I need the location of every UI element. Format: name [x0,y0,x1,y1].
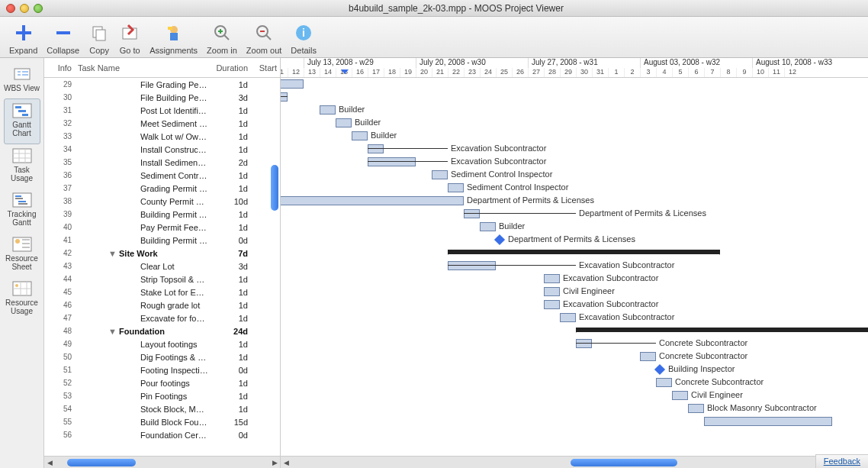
task-row[interactable]: 49Layout footings1d [44,337,280,350]
task-bar[interactable] [368,144,384,153]
task-row[interactable]: 47Excavate for fou…1d [44,311,280,324]
task-row[interactable]: 29File Grading Per…1d [44,78,280,91]
view-resource-sheet[interactable]: Resource Sheet [4,233,40,277]
zoomin-icon [211,21,233,44]
gantt-body[interactable]: BuilderBuilderBuilderExcavation Subcontr… [281,78,868,441]
task-bar[interactable] [560,313,576,322]
task-row[interactable]: 33Walk Lot w/ Owner1d [44,130,280,143]
task-row[interactable]: 34Install Constructi…1d [44,143,280,156]
copy-button[interactable]: Copy [84,20,114,56]
task-bar[interactable] [704,417,832,426]
task-bar[interactable] [281,92,288,102]
task-row[interactable]: 56Foundation Certif…0d [44,428,280,441]
task-row[interactable]: 39Building Permit A…1d [44,208,280,221]
scroll-right-icon[interactable]: ▶ [269,457,280,468]
milestone-marker[interactable] [654,364,665,375]
task-bar[interactable] [448,261,496,270]
task-row[interactable]: 53Pin Footings1d [44,389,280,402]
task-bar[interactable] [672,391,688,400]
view-wbs[interactable]: WBS View [4,63,40,98]
day-label: 5 [672,68,688,78]
collapse-triangle-icon[interactable]: ▼ [108,327,116,336]
zoomout-button[interactable]: Zoom out [242,20,286,56]
task-row[interactable]: 44Strip Topsoil & St…1d [44,273,280,286]
scroll-left-icon[interactable]: ◀ [44,457,55,468]
task-row[interactable]: 31Post Lot Identific…1d [44,104,280,117]
task-row[interactable]: 37Grading Permit I…1d [44,182,280,195]
view-resource-usage[interactable]: Resource Usage [4,277,40,321]
task-row[interactable]: 30File Building Per…3d [44,91,280,104]
task-hscroll[interactable]: ◀ ▶ [44,456,280,468]
task-row[interactable]: 52Pour footings1d [44,376,280,389]
task-row[interactable]: 45Stake Lot for Exc…1d [44,286,280,299]
task-bar[interactable] [368,157,416,166]
task-hscroll-thumb[interactable] [67,459,136,466]
task-bar[interactable] [544,287,560,296]
summary-bar[interactable] [576,328,868,332]
task-row[interactable]: 32Meet Sediment C…1d [44,117,280,130]
task-row[interactable]: 38County Permit Pr…10d [44,195,280,208]
collapse-button[interactable]: Collapse [42,20,84,56]
gantt-header: July 13, 2008 - w29July 20, 2008 - w30Ju… [281,58,868,78]
vertical-scrollbar[interactable] [271,165,278,211]
gantt-hscroll[interactable]: ◀ ▶ [281,456,868,468]
task-row[interactable]: 55Build Block Foun…15d [44,415,280,428]
view-gantt[interactable]: Gantt Chart [4,98,40,144]
col-duration[interactable]: Duration [208,63,251,73]
task-row[interactable]: 35Install Sediment…2d [44,156,280,169]
resource-label: Sediment Control Inspector [451,169,552,179]
collapse-triangle-icon[interactable]: ▼ [108,249,116,258]
task-row[interactable]: 51Footing Inspection0d [44,363,280,376]
task-bar[interactable] [656,378,672,387]
col-start[interactable]: Start [251,63,280,73]
details-button[interactable]: i Details [286,20,321,56]
task-bar[interactable] [432,170,448,179]
view-tracking-gantt[interactable]: Tracking Gantt [4,189,40,233]
task-row[interactable]: 43Clear Lot3d [44,260,280,273]
summary-bar[interactable] [448,250,720,254]
resource-label: Builder [371,131,397,140]
day-label: 4 [656,68,672,78]
col-info[interactable]: Info [44,63,75,73]
svg-point-24 [15,284,18,287]
task-row[interactable]: 41Building Permit I…0d [44,234,280,247]
task-bar[interactable] [320,105,336,115]
gantt-row: Excavation Subcontractor [281,143,868,156]
task-row[interactable]: 50Dig Footings & In…1d [44,350,280,363]
task-bar[interactable] [544,274,560,283]
task-bar[interactable] [281,79,304,89]
expand-button[interactable]: Expand [5,20,42,56]
task-row[interactable]: 40Pay Permit Fees…1d [44,221,280,234]
resource-label: Excavation Subcontractor [579,260,674,270]
scroll-left-icon[interactable]: ◀ [281,457,291,468]
zoom-icon[interactable] [34,4,43,13]
close-icon[interactable] [6,4,15,13]
gantt-hscroll-thumb[interactable] [571,459,677,466]
task-row[interactable]: 46Rough grade lot1d [44,299,280,311]
task-row[interactable]: 48▼Foundation24d [44,324,280,337]
assignments-button[interactable]: Assignments [145,20,202,56]
task-bar[interactable] [688,404,704,413]
task-row[interactable]: 54Stock Block, Mort…1d [44,402,280,415]
task-bar[interactable] [544,300,560,309]
task-bar[interactable] [352,131,368,140]
day-row: 1112131415161718192021222324252627282930… [281,68,868,78]
task-row[interactable]: 42▼Site Work7d [44,247,280,260]
task-bar[interactable] [336,118,352,127]
goto-button[interactable]: Go to [114,20,145,56]
zoomin-button[interactable]: Zoom in [202,20,242,56]
milestone-marker[interactable] [494,234,505,245]
task-bar[interactable] [281,196,464,205]
task-bar[interactable] [480,222,496,231]
task-bar[interactable] [448,183,464,192]
task-bar[interactable] [576,339,592,348]
col-task-name[interactable]: Task Name [75,63,208,73]
task-bar[interactable] [464,209,480,218]
day-label: 26 [512,68,528,78]
feedback-link[interactable]: Feedback [815,454,868,468]
minimize-icon[interactable] [20,4,29,13]
view-task-usage[interactable]: Task Usage [4,144,40,189]
task-row[interactable]: 36Sediment Control…1d [44,169,280,182]
svg-rect-19 [18,201,26,202]
task-bar[interactable] [640,352,656,361]
